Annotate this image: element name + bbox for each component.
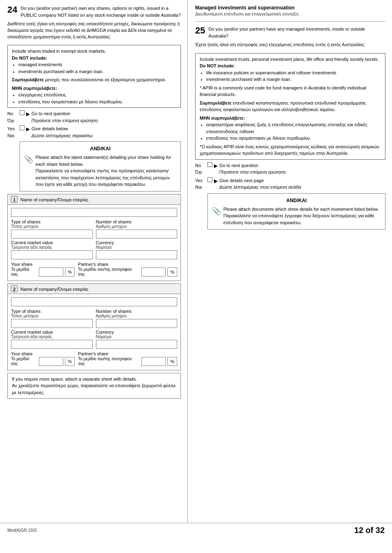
- list-item: επενδύσεις που αγοράστηκαν με δάνειο περ…: [18, 98, 176, 105]
- left-column: 24 Do you (and/or your partner) own any …: [0, 0, 188, 523]
- company-1-name-input[interactable]: [11, 208, 177, 217]
- arrow-icon-right-yes: ▶: [214, 177, 218, 185]
- company-2-type-col: Type of shares Τύπος μετοχών: [11, 309, 93, 328]
- do-not-include-label: Do NOT include:: [12, 55, 176, 62]
- no-checkbox[interactable]: [20, 110, 24, 115]
- arrow-icon-right: ▶: [214, 162, 218, 169]
- apir-gr: *Ο κώδικας APIR είναι ένας κοινώς χρησιμ…: [200, 143, 381, 157]
- your-share-label-2: Your share Το μερίδιό σας: [11, 351, 37, 366]
- no-checkbox-right[interactable]: [207, 162, 212, 167]
- partner-share-col-2: Partner's share Το μερίδιο του/της συντρ…: [78, 351, 177, 366]
- currency-label-en: Currency: [96, 330, 178, 334]
- company-2-section: 2 Name of company/Όνομα εταιρίας Type of…: [7, 283, 181, 370]
- company-2-share-row: Your share Το μερίδιό σας % Partner's sh…: [11, 351, 177, 366]
- sumperilavete-label: Συμπεριλάβετε: [12, 77, 44, 82]
- company-1-value-input[interactable]: [11, 250, 93, 259]
- company-2-currency-input[interactable]: [96, 340, 178, 349]
- company-2-value-input[interactable]: [11, 340, 93, 349]
- do-not-include-list: managed investments investments purchase…: [18, 61, 176, 75]
- company-1-currency-input[interactable]: [96, 250, 178, 259]
- company-2-name-input[interactable]: [11, 297, 177, 306]
- number-label-en: Number of shares: [96, 309, 178, 314]
- sumperilavete-row-25: Συμπεριλάβετε επενδυτικά καταπιστεύματα,…: [200, 100, 381, 113]
- company-2-inner: Type of shares Τύπος μετοχών Number of s…: [8, 294, 180, 370]
- value-label-en: Current market value: [11, 330, 93, 334]
- company-1-num: 1: [11, 196, 18, 203]
- company-2-value-row: Current market value Τρέχουσα αξία αγορά…: [11, 330, 177, 349]
- sumperilavete-label-25: Συμπεριλάβετε: [200, 100, 232, 105]
- company-2-number-col: Number of shares Αριθμός μετοχών: [96, 309, 178, 328]
- type-label-gr: Τύπος μετοχών: [11, 224, 93, 229]
- company-2-your-share-input[interactable]: [39, 357, 63, 366]
- list-item: επενδύσεις που αγοράστηκαν με δάνειο περ…: [206, 135, 381, 142]
- question-24-en: Do you (and/or your partner) own any sha…: [7, 5, 181, 18]
- partner-share-percent: %: [167, 268, 177, 276]
- footer-code: Mod(A)GR.1501: [7, 528, 37, 533]
- andkai-box-right: AND/KAI 📎 Please attach documents which …: [207, 193, 385, 230]
- yes-action-right: Give details next page Δώστε λεπτομέρειε…: [219, 177, 301, 191]
- company-2-number-input[interactable]: [96, 319, 178, 328]
- partner-share-label: Partner's share Το μερίδιο του/της συντρ…: [78, 262, 140, 276]
- sumperilavete-row: Συμπεριλάβετε μετοχές που συναλλάσσονται…: [12, 76, 176, 83]
- right-header-title-en: Managed investments and superannuation: [195, 5, 385, 11]
- company-1-value-col: Current market value Τρέχουσα αξία αγορά…: [11, 240, 93, 259]
- list-item: ασφαλιστήρια ασφάλειας ζωής ή επενδύσεις…: [206, 121, 381, 135]
- company-1-number-col: Number of shares Αριθμός μετοχών: [96, 219, 178, 239]
- your-share-col-2: Your share Το μερίδιό σας %: [11, 351, 75, 366]
- company-2-partner-share-input[interactable]: [141, 357, 166, 366]
- list-item: investments purchased with a margin loan…: [206, 76, 381, 83]
- list-item: managed investments: [18, 61, 176, 68]
- company-2-header: 2 Name of company/Όνομα εταιρίας: [8, 284, 180, 294]
- partner-share-label-2: Partner's share Το μερίδιο του/της συντρ…: [78, 351, 140, 366]
- yes-checkbox-right[interactable]: [207, 177, 212, 182]
- question-25-block: 25 Do you (and/or your partner) have any…: [195, 26, 385, 51]
- company-1-section: 1 Name of company/Όνομα εταιρίας Type of…: [7, 194, 181, 281]
- list-item: life insurance policies or superannuatio…: [206, 69, 381, 76]
- partner-share-col: Partner's share Το μερίδιο του/της συντρ…: [78, 262, 177, 276]
- company-1-partner-share-input[interactable]: [141, 268, 166, 276]
- question-25-en: Do you (and/or your partner) have any ma…: [195, 26, 385, 39]
- include-line-25: Include investment trusts, personal inve…: [200, 56, 381, 63]
- your-share-label: Your share Το μερίδιό σας: [11, 262, 37, 276]
- andkai-title: AND/KAI: [24, 145, 176, 152]
- value-label-en: Current market value: [11, 240, 93, 245]
- yes-label-right: Yes Ναι: [195, 177, 207, 191]
- value-label-gr: Τρέχουσα αξία αγοράς: [11, 245, 93, 250]
- right-header-title-gr: Διευθυνόμενη επένδυση και επαγγελματική …: [195, 11, 385, 16]
- page: 24 Do you (and/or your partner) own any …: [0, 0, 392, 553]
- company-2-value-col: Current market value Τρέχουσα αξία αγορά…: [11, 330, 93, 349]
- company-1-number-input[interactable]: [96, 230, 178, 239]
- currency-label-gr: Νόμισμα: [96, 334, 178, 339]
- company-2-currency-col: Currency Νόμισμα: [96, 330, 178, 349]
- question-24-gr: Διαθέτετε εσείς (ή/και ο/η σύντροφός σας…: [7, 21, 181, 40]
- company-1-your-share-input[interactable]: [39, 268, 63, 276]
- arrow-icon: ▶: [26, 110, 30, 118]
- company-1-type-input[interactable]: [11, 230, 93, 239]
- question-number-24: 24: [7, 5, 17, 15]
- question-25-gr: Έχετε (εσείς ή/και ο/η σύντροφός σας) ελ…: [195, 42, 385, 48]
- company-1-type-col: Type of shares Τύπος μετοχών: [11, 219, 93, 239]
- list-item: investments purchased with a margin loan…: [18, 68, 176, 75]
- your-share-percent-2: %: [65, 357, 75, 366]
- no-label: No Όχι: [7, 110, 20, 124]
- mhn-label-25: ΜΗΝ συμπεριλάβετε:: [200, 115, 381, 122]
- do-not-include-label-25: Do NOT include:: [200, 62, 381, 69]
- company-1-header: 1 Name of company/Όνομα εταιρίας: [8, 194, 180, 205]
- company-1-shares-row: Type of shares Τύπος μετοχών Number of s…: [11, 219, 177, 239]
- question-number-25: 25: [195, 26, 205, 36]
- company-2-shares-row: Type of shares Τύπος μετοχών Number of s…: [11, 309, 177, 328]
- include-line: Include shares traded in exempt stock ma…: [12, 48, 176, 55]
- number-label-en: Number of shares: [96, 219, 178, 224]
- yes-action: Give details below Δώστε λεπτομέρειες πα…: [31, 125, 93, 139]
- company-1-name-label: Name of company/Όνομα εταιρίας: [20, 197, 88, 202]
- include-box-25: Include investment trusts, personal inve…: [195, 53, 385, 160]
- type-label-gr: Τύπος μετοχών: [11, 314, 93, 318]
- apir-note: * APIR is a commonly used code for fund …: [200, 85, 381, 98]
- company-2-type-input[interactable]: [11, 319, 93, 328]
- company-2-num: 2: [11, 285, 18, 292]
- nav-yes-row: Yes Ναι ▶ Give details below Δώστε λεπτο…: [7, 125, 181, 139]
- sumperilavete-text: μετοχές που συναλλάσσονται σε εξαιρούμεν…: [45, 77, 166, 82]
- partner-share-percent-2: %: [167, 357, 177, 366]
- yes-checkbox[interactable]: [20, 125, 24, 130]
- mhn-label: ΜΗΝ συμπεριλάβετε:: [12, 85, 176, 92]
